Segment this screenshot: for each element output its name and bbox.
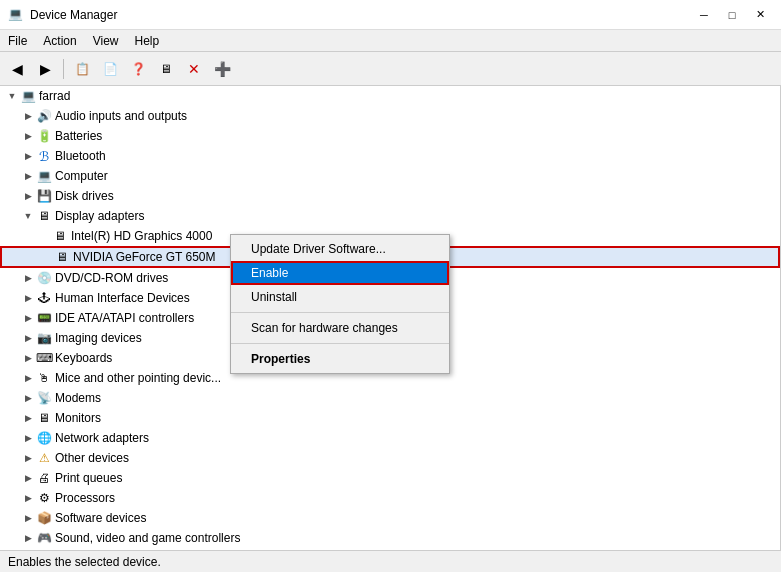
title-bar: 💻 Device Manager ─ □ ✕ — [0, 0, 781, 30]
menu-action[interactable]: Action — [35, 30, 84, 51]
disk-icon: 💾 — [36, 188, 52, 204]
monitors-expand-icon[interactable]: ▶ — [20, 410, 36, 426]
disk-expand-icon[interactable]: ▶ — [20, 188, 36, 204]
device-tree[interactable]: ▼ 💻 farrad ▶ 🔊 Audio inputs and outputs … — [0, 86, 781, 550]
computer-label: Computer — [55, 169, 108, 183]
tree-item-audio[interactable]: ▶ 🔊 Audio inputs and outputs — [0, 106, 780, 126]
batteries-label: Batteries — [55, 129, 102, 143]
ctx-uninstall[interactable]: Uninstall — [231, 285, 449, 309]
print-expand-icon[interactable]: ▶ — [20, 470, 36, 486]
imaging-icon: 📷 — [36, 330, 52, 346]
ctx-properties[interactable]: Properties — [231, 347, 449, 371]
mice-icon: 🖱 — [36, 370, 52, 386]
print-label: Print queues — [55, 471, 122, 485]
window-controls: ─ □ ✕ — [691, 4, 773, 26]
modems-expand-icon[interactable]: ▶ — [20, 390, 36, 406]
modems-icon: 📡 — [36, 390, 52, 406]
close-button[interactable]: ✕ — [747, 4, 773, 26]
tree-item-display[interactable]: ▼ 🖥 Display adapters — [0, 206, 780, 226]
minimize-button[interactable]: ─ — [691, 4, 717, 26]
tree-item-processors[interactable]: ▶ ⚙ Processors — [0, 488, 780, 508]
monitors-label: Monitors — [55, 411, 101, 425]
ctx-scan[interactable]: Scan for hardware changes — [231, 316, 449, 340]
properties-button[interactable]: 📋 — [69, 56, 95, 82]
tree-item-monitors[interactable]: ▶ 🖥 Monitors — [0, 408, 780, 428]
back-button[interactable]: ◀ — [4, 56, 30, 82]
menu-file[interactable]: File — [0, 30, 35, 51]
display-icon: 🖥 — [36, 208, 52, 224]
tree-item-print[interactable]: ▶ 🖨 Print queues — [0, 468, 780, 488]
tree-item-software[interactable]: ▶ 📦 Software devices — [0, 508, 780, 528]
audio-label: Audio inputs and outputs — [55, 109, 187, 123]
ctx-sep-2 — [231, 343, 449, 344]
keyboards-label: Keyboards — [55, 351, 112, 365]
ctx-sep-1 — [231, 312, 449, 313]
toolbar-sep-1 — [63, 59, 64, 79]
app-icon: 💻 — [8, 7, 24, 23]
ide-expand-icon[interactable]: ▶ — [20, 310, 36, 326]
network-icon: 🌐 — [36, 430, 52, 446]
computer-expand-icon[interactable]: ▶ — [20, 168, 36, 184]
toolbar: ◀ ▶ 📋 📄 ❓ 🖥 ✕ ➕ — [0, 52, 781, 86]
processors-label: Processors — [55, 491, 115, 505]
ctx-update-driver[interactable]: Update Driver Software... — [231, 237, 449, 261]
root-label: farrad — [39, 89, 70, 103]
display-button[interactable]: 🖥 — [153, 56, 179, 82]
computer-icon: 💻 — [36, 168, 52, 184]
dvd-expand-icon[interactable]: ▶ — [20, 270, 36, 286]
display-expand-icon[interactable]: ▼ — [20, 208, 36, 224]
keyboards-icon: ⌨ — [36, 350, 52, 366]
bluetooth-expand-icon[interactable]: ▶ — [20, 148, 36, 164]
other-expand-icon[interactable]: ▶ — [20, 450, 36, 466]
nvidia-icon: 🖥 — [54, 249, 70, 265]
tree-root[interactable]: ▼ 💻 farrad — [0, 86, 780, 106]
ide-icon: 📟 — [36, 310, 52, 326]
tree-item-other[interactable]: ▶ ⚠ Other devices — [0, 448, 780, 468]
nvidia-label: NVIDIA GeForce GT 650M — [73, 250, 216, 264]
tree-item-disk[interactable]: ▶ 💾 Disk drives — [0, 186, 780, 206]
audio-icon: 🔊 — [36, 108, 52, 124]
batteries-expand-icon[interactable]: ▶ — [20, 128, 36, 144]
mice-expand-icon[interactable]: ▶ — [20, 370, 36, 386]
menu-view[interactable]: View — [85, 30, 127, 51]
network-label: Network adapters — [55, 431, 149, 445]
processors-expand-icon[interactable]: ▶ — [20, 490, 36, 506]
root-expand-icon[interactable]: ▼ — [4, 88, 20, 104]
intel-gpu-icon: 🖥 — [52, 228, 68, 244]
forward-button[interactable]: ▶ — [32, 56, 58, 82]
maximize-button[interactable]: □ — [719, 4, 745, 26]
imaging-label: Imaging devices — [55, 331, 142, 345]
update-driver-button[interactable]: 📄 — [97, 56, 123, 82]
menu-help[interactable]: Help — [127, 30, 168, 51]
tree-item-storage[interactable]: ▶ 💾 Storage controllers — [0, 548, 780, 550]
context-menu: Update Driver Software... Enable Uninsta… — [230, 234, 450, 374]
keyboards-expand-icon[interactable]: ▶ — [20, 350, 36, 366]
software-expand-icon[interactable]: ▶ — [20, 510, 36, 526]
tree-item-bluetooth[interactable]: ▶ ℬ Bluetooth — [0, 146, 780, 166]
hid-icon: 🕹 — [36, 290, 52, 306]
scan-button[interactable]: ➕ — [209, 56, 235, 82]
modems-label: Modems — [55, 391, 101, 405]
uninstall-button[interactable]: ✕ — [181, 56, 207, 82]
hid-expand-icon[interactable]: ▶ — [20, 290, 36, 306]
sound-label: Sound, video and game controllers — [55, 531, 240, 545]
tree-item-batteries[interactable]: ▶ 🔋 Batteries — [0, 126, 780, 146]
software-label: Software devices — [55, 511, 146, 525]
bluetooth-label: Bluetooth — [55, 149, 106, 163]
tree-item-computer[interactable]: ▶ 💻 Computer — [0, 166, 780, 186]
network-expand-icon[interactable]: ▶ — [20, 430, 36, 446]
imaging-expand-icon[interactable]: ▶ — [20, 330, 36, 346]
ctx-enable[interactable]: Enable — [231, 261, 449, 285]
help-button[interactable]: ❓ — [125, 56, 151, 82]
main-content: ▼ 💻 farrad ▶ 🔊 Audio inputs and outputs … — [0, 86, 781, 550]
tree-item-network[interactable]: ▶ 🌐 Network adapters — [0, 428, 780, 448]
other-icon: ⚠ — [36, 450, 52, 466]
disk-label: Disk drives — [55, 189, 114, 203]
processors-icon: ⚙ — [36, 490, 52, 506]
software-icon: 📦 — [36, 510, 52, 526]
sound-expand-icon[interactable]: ▶ — [20, 530, 36, 546]
audio-expand-icon[interactable]: ▶ — [20, 108, 36, 124]
tree-item-sound[interactable]: ▶ 🎮 Sound, video and game controllers — [0, 528, 780, 548]
status-text: Enables the selected device. — [8, 555, 161, 569]
tree-item-modems[interactable]: ▶ 📡 Modems — [0, 388, 780, 408]
